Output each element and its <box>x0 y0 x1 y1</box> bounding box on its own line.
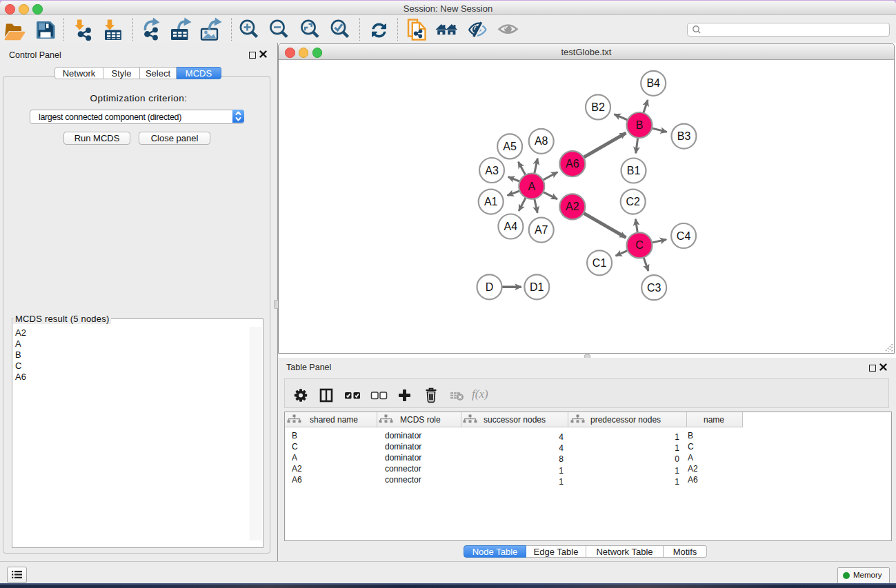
svg-text:C: C <box>635 239 644 251</box>
svg-text:A2: A2 <box>566 201 579 212</box>
svg-text:A3: A3 <box>485 165 499 176</box>
svg-text:C3: C3 <box>647 282 661 294</box>
svg-text:C1: C1 <box>593 257 607 269</box>
svg-text:A8: A8 <box>535 135 548 147</box>
svg-text:A5: A5 <box>503 141 517 152</box>
svg-text:C4: C4 <box>677 230 691 242</box>
svg-text:B: B <box>636 119 644 131</box>
svg-text:C2: C2 <box>626 196 640 207</box>
svg-text:A7: A7 <box>535 224 548 236</box>
svg-text:A4: A4 <box>504 221 518 232</box>
svg-text:B4: B4 <box>646 77 660 89</box>
svg-text:A1: A1 <box>484 196 498 207</box>
svg-text:D1: D1 <box>530 281 544 293</box>
svg-text:B3: B3 <box>677 130 691 142</box>
svg-text:A: A <box>528 181 535 192</box>
svg-text:B1: B1 <box>627 165 641 176</box>
svg-text:D: D <box>486 281 494 293</box>
svg-text:A6: A6 <box>566 158 579 170</box>
svg-text:B2: B2 <box>591 101 605 113</box>
